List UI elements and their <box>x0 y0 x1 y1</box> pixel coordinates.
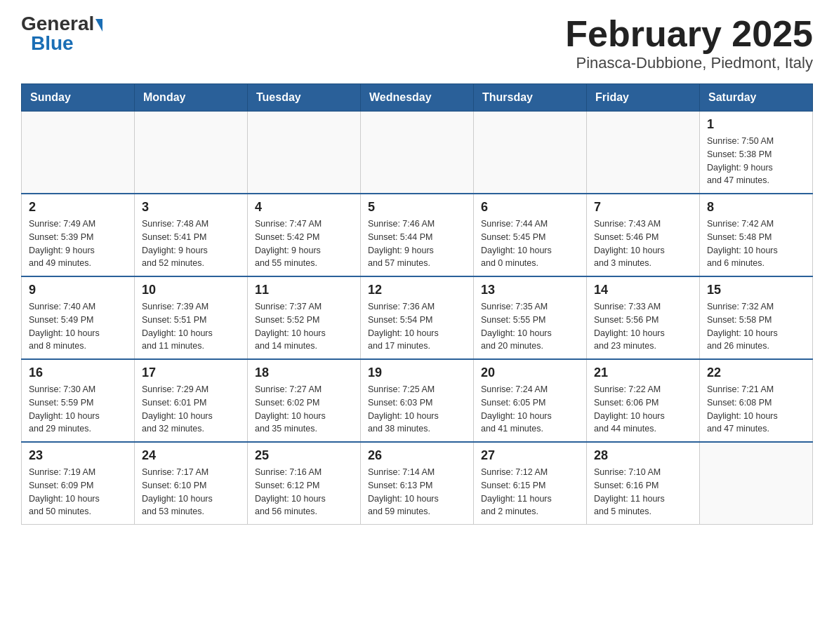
day-info: Sunrise: 7:50 AMSunset: 5:38 PMDaylight:… <box>707 136 774 185</box>
calendar-cell-w1-d2 <box>248 112 361 194</box>
calendar-cell-w4-d3: 19Sunrise: 7:25 AMSunset: 6:03 PMDayligh… <box>361 359 474 442</box>
day-number: 1 <box>707 117 805 132</box>
calendar-title: February 2025 <box>565 14 813 54</box>
day-number: 26 <box>368 448 466 463</box>
day-info: Sunrise: 7:16 AMSunset: 6:12 PMDaylight:… <box>255 467 326 516</box>
day-number: 5 <box>368 200 466 215</box>
day-info: Sunrise: 7:14 AMSunset: 6:13 PMDaylight:… <box>368 467 439 516</box>
calendar-cell-w2-d5: 7Sunrise: 7:43 AMSunset: 5:46 PMDaylight… <box>587 194 700 276</box>
calendar-table: Sunday Monday Tuesday Wednesday Thursday… <box>21 83 813 525</box>
calendar-week-2: 2Sunrise: 7:49 AMSunset: 5:39 PMDaylight… <box>22 194 813 276</box>
calendar-cell-w2-d1: 3Sunrise: 7:48 AMSunset: 5:41 PMDaylight… <box>135 194 248 276</box>
day-number: 11 <box>255 283 353 297</box>
day-number: 10 <box>142 283 240 297</box>
calendar-header-row: Sunday Monday Tuesday Wednesday Thursday… <box>22 84 813 112</box>
calendar-cell-w5-d5: 28Sunrise: 7:10 AMSunset: 6:16 PMDayligh… <box>587 442 700 525</box>
day-info: Sunrise: 7:39 AMSunset: 5:51 PMDaylight:… <box>142 302 213 351</box>
day-info: Sunrise: 7:24 AMSunset: 6:05 PMDaylight:… <box>481 384 552 434</box>
day-number: 21 <box>594 365 692 380</box>
day-info: Sunrise: 7:27 AMSunset: 6:02 PMDaylight:… <box>255 384 326 434</box>
day-info: Sunrise: 7:12 AMSunset: 6:15 PMDaylight:… <box>481 467 552 516</box>
day-number: 9 <box>29 283 127 297</box>
calendar-cell-w4-d4: 20Sunrise: 7:24 AMSunset: 6:05 PMDayligh… <box>474 359 587 442</box>
day-info: Sunrise: 7:40 AMSunset: 5:49 PMDaylight:… <box>29 302 100 351</box>
day-number: 3 <box>142 200 240 215</box>
day-number: 12 <box>368 283 466 297</box>
calendar-cell-w5-d3: 26Sunrise: 7:14 AMSunset: 6:13 PMDayligh… <box>361 442 474 525</box>
calendar-cell-w3-d1: 10Sunrise: 7:39 AMSunset: 5:51 PMDayligh… <box>135 276 248 359</box>
calendar-week-1: 1Sunrise: 7:50 AMSunset: 5:38 PMDaylight… <box>22 112 813 194</box>
calendar-cell-w1-d6: 1Sunrise: 7:50 AMSunset: 5:38 PMDaylight… <box>700 112 813 194</box>
day-number: 13 <box>481 283 579 297</box>
calendar-cell-w3-d4: 13Sunrise: 7:35 AMSunset: 5:55 PMDayligh… <box>474 276 587 359</box>
day-number: 18 <box>255 365 353 380</box>
day-info: Sunrise: 7:43 AMSunset: 5:46 PMDaylight:… <box>594 219 665 268</box>
day-info: Sunrise: 7:48 AMSunset: 5:41 PMDaylight:… <box>142 219 208 268</box>
day-number: 7 <box>594 200 692 215</box>
day-number: 20 <box>481 365 579 380</box>
calendar-cell-w2-d4: 6Sunrise: 7:44 AMSunset: 5:45 PMDaylight… <box>474 194 587 276</box>
day-info: Sunrise: 7:25 AMSunset: 6:03 PMDaylight:… <box>368 384 439 434</box>
col-sunday: Sunday <box>22 84 135 112</box>
calendar-cell-w3-d6: 15Sunrise: 7:32 AMSunset: 5:58 PMDayligh… <box>700 276 813 359</box>
day-info: Sunrise: 7:30 AMSunset: 5:59 PMDaylight:… <box>29 384 100 434</box>
day-number: 23 <box>29 448 127 463</box>
col-saturday: Saturday <box>700 84 813 112</box>
day-info: Sunrise: 7:46 AMSunset: 5:44 PMDaylight:… <box>368 219 435 268</box>
day-info: Sunrise: 7:47 AMSunset: 5:42 PMDaylight:… <box>255 219 322 268</box>
day-number: 15 <box>707 283 805 297</box>
calendar-week-3: 9Sunrise: 7:40 AMSunset: 5:49 PMDaylight… <box>22 276 813 359</box>
day-number: 16 <box>29 365 127 380</box>
calendar-cell-w5-d2: 25Sunrise: 7:16 AMSunset: 6:12 PMDayligh… <box>248 442 361 525</box>
day-info: Sunrise: 7:37 AMSunset: 5:52 PMDaylight:… <box>255 302 326 351</box>
day-number: 17 <box>142 365 240 380</box>
day-info: Sunrise: 7:49 AMSunset: 5:39 PMDaylight:… <box>29 219 95 268</box>
calendar-cell-w4-d2: 18Sunrise: 7:27 AMSunset: 6:02 PMDayligh… <box>248 359 361 442</box>
day-number: 8 <box>707 200 805 215</box>
page-header: General Blue February 2025 Pinasca-Dubbi… <box>21 14 813 72</box>
calendar-cell-w4-d0: 16Sunrise: 7:30 AMSunset: 5:59 PMDayligh… <box>22 359 135 442</box>
calendar-week-5: 23Sunrise: 7:19 AMSunset: 6:09 PMDayligh… <box>22 442 813 525</box>
day-number: 24 <box>142 448 240 463</box>
calendar-cell-w2-d0: 2Sunrise: 7:49 AMSunset: 5:39 PMDaylight… <box>22 194 135 276</box>
calendar-cell-w4-d6: 22Sunrise: 7:21 AMSunset: 6:08 PMDayligh… <box>700 359 813 442</box>
day-number: 4 <box>255 200 353 215</box>
col-friday: Friday <box>587 84 700 112</box>
calendar-cell-w1-d3 <box>361 112 474 194</box>
title-section: February 2025 Pinasca-Dubbione, Piedmont… <box>565 14 813 72</box>
calendar-cell-w3-d0: 9Sunrise: 7:40 AMSunset: 5:49 PMDaylight… <box>22 276 135 359</box>
calendar-cell-w3-d2: 11Sunrise: 7:37 AMSunset: 5:52 PMDayligh… <box>248 276 361 359</box>
day-info: Sunrise: 7:35 AMSunset: 5:55 PMDaylight:… <box>481 302 552 351</box>
day-info: Sunrise: 7:10 AMSunset: 6:16 PMDaylight:… <box>594 467 665 516</box>
day-number: 6 <box>481 200 579 215</box>
day-number: 19 <box>368 365 466 380</box>
day-number: 25 <box>255 448 353 463</box>
day-info: Sunrise: 7:36 AMSunset: 5:54 PMDaylight:… <box>368 302 439 351</box>
day-info: Sunrise: 7:32 AMSunset: 5:58 PMDaylight:… <box>707 302 778 351</box>
calendar-subtitle: Pinasca-Dubbione, Piedmont, Italy <box>565 54 813 72</box>
day-info: Sunrise: 7:17 AMSunset: 6:10 PMDaylight:… <box>142 467 213 516</box>
col-thursday: Thursday <box>474 84 587 112</box>
logo-general-text: General <box>21 14 94 34</box>
day-info: Sunrise: 7:29 AMSunset: 6:01 PMDaylight:… <box>142 384 213 434</box>
calendar-cell-w3-d5: 14Sunrise: 7:33 AMSunset: 5:56 PMDayligh… <box>587 276 700 359</box>
logo: General Blue <box>21 14 102 53</box>
calendar-cell-w4-d1: 17Sunrise: 7:29 AMSunset: 6:01 PMDayligh… <box>135 359 248 442</box>
calendar-cell-w2-d6: 8Sunrise: 7:42 AMSunset: 5:48 PMDaylight… <box>700 194 813 276</box>
col-wednesday: Wednesday <box>361 84 474 112</box>
day-number: 28 <box>594 448 692 463</box>
col-monday: Monday <box>135 84 248 112</box>
logo-blue-text: Blue <box>31 34 74 53</box>
day-number: 27 <box>481 448 579 463</box>
day-number: 22 <box>707 365 805 380</box>
day-number: 14 <box>594 283 692 297</box>
calendar-cell-w1-d0 <box>22 112 135 194</box>
day-info: Sunrise: 7:19 AMSunset: 6:09 PMDaylight:… <box>29 467 100 516</box>
col-tuesday: Tuesday <box>248 84 361 112</box>
calendar-cell-w5-d1: 24Sunrise: 7:17 AMSunset: 6:10 PMDayligh… <box>135 442 248 525</box>
calendar-cell-w1-d4 <box>474 112 587 194</box>
calendar-cell-w5-d4: 27Sunrise: 7:12 AMSunset: 6:15 PMDayligh… <box>474 442 587 525</box>
calendar-cell-w2-d2: 4Sunrise: 7:47 AMSunset: 5:42 PMDaylight… <box>248 194 361 276</box>
calendar-cell-w4-d5: 21Sunrise: 7:22 AMSunset: 6:06 PMDayligh… <box>587 359 700 442</box>
calendar-cell-w1-d5 <box>587 112 700 194</box>
